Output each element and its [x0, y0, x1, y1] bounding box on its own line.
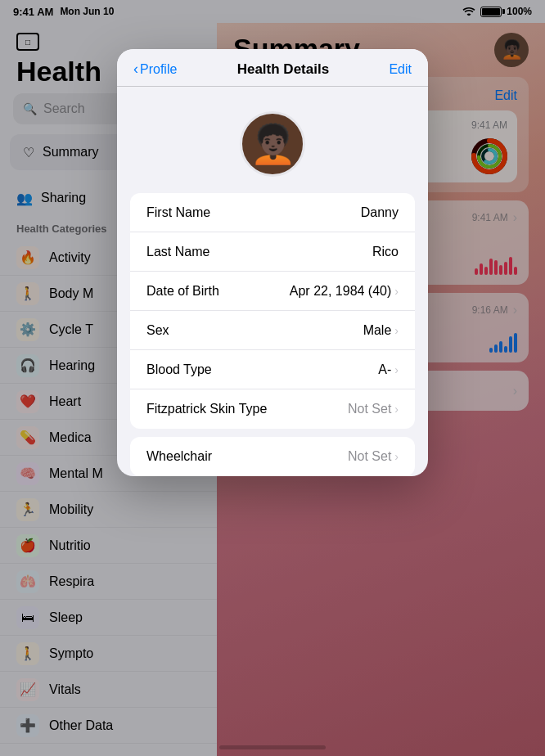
- health-details-modal: ‹ Profile Health Details Edit 🧑🏿‍🦱 First…: [117, 49, 428, 476]
- sex-chevron-icon: ›: [394, 324, 399, 337]
- field-sex[interactable]: Sex Male ›: [130, 311, 415, 350]
- skintype-value-group: Not Set ›: [348, 402, 399, 416]
- wheelchair-chevron-icon: ›: [394, 450, 399, 463]
- status-bar: 9:41 AM Mon Jun 10 100%: [0, 0, 545, 23]
- bloodtype-label: Blood Type: [146, 362, 212, 377]
- firstname-value: Danny: [361, 205, 399, 220]
- wheelchair-label: Wheelchair: [146, 449, 212, 464]
- modal-header: ‹ Profile Health Details Edit: [117, 49, 428, 87]
- modal-avatar-section: 🧑🏿‍🦱: [117, 87, 428, 193]
- field-wheelchair[interactable]: Wheelchair Not Set ›: [130, 437, 415, 476]
- battery-label: 100%: [507, 6, 532, 17]
- field-dob[interactable]: Date of Birth Apr 22, 1984 (40) ›: [130, 272, 415, 311]
- lastname-label: Last Name: [146, 245, 209, 259]
- dob-value-group: Apr 22, 1984 (40) ›: [290, 284, 399, 299]
- modal-back-button[interactable]: ‹ Profile: [133, 61, 177, 78]
- modal-user-avatar[interactable]: 🧑🏿‍🦱: [240, 111, 305, 177]
- modal-fields-container: First Name Danny Last Name Rico Date of …: [117, 193, 428, 476]
- modal-back-label: Profile: [140, 62, 177, 77]
- dob-label: Date of Birth: [146, 284, 219, 299]
- wheelchair-value: Not Set: [348, 449, 391, 464]
- field-lastname[interactable]: Last Name Rico: [130, 232, 415, 272]
- dob-chevron-icon: ›: [394, 285, 399, 298]
- modal-title: Health Details: [237, 61, 329, 78]
- wifi-icon: [462, 6, 475, 18]
- sex-label: Sex: [146, 323, 169, 338]
- bloodtype-value: A-: [378, 362, 391, 377]
- skintype-chevron-icon: ›: [394, 403, 399, 416]
- battery-indicator: [480, 7, 502, 17]
- dob-value: Apr 22, 1984 (40): [290, 284, 392, 299]
- sex-value-group: Male ›: [363, 323, 399, 338]
- lastname-value: Rico: [372, 245, 399, 259]
- modal-overlay[interactable]: ‹ Profile Health Details Edit 🧑🏿‍🦱 First…: [0, 0, 545, 756]
- home-indicator: [219, 745, 326, 749]
- bloodtype-chevron-icon: ›: [394, 363, 399, 376]
- skintype-label: Fitzpatrick Skin Type: [146, 402, 267, 416]
- status-time: 9:41 AM: [13, 6, 53, 18]
- wheelchair-value-group: Not Set ›: [348, 449, 399, 464]
- firstname-label: First Name: [146, 205, 210, 220]
- status-day: Mon Jun 10: [60, 6, 114, 17]
- modal-fields-1: First Name Danny Last Name Rico Date of …: [130, 193, 415, 429]
- bloodtype-value-group: A- ›: [378, 362, 399, 377]
- sex-value: Male: [363, 323, 392, 338]
- field-firstname[interactable]: First Name Danny: [130, 193, 415, 232]
- modal-fields-2: Wheelchair Not Set ›: [130, 437, 415, 476]
- field-skintype[interactable]: Fitzpatrick Skin Type Not Set ›: [130, 389, 415, 429]
- back-chevron-icon: ‹: [133, 61, 138, 78]
- modal-edit-button[interactable]: Edit: [389, 62, 412, 77]
- skintype-value: Not Set: [348, 402, 391, 416]
- field-bloodtype[interactable]: Blood Type A- ›: [130, 350, 415, 389]
